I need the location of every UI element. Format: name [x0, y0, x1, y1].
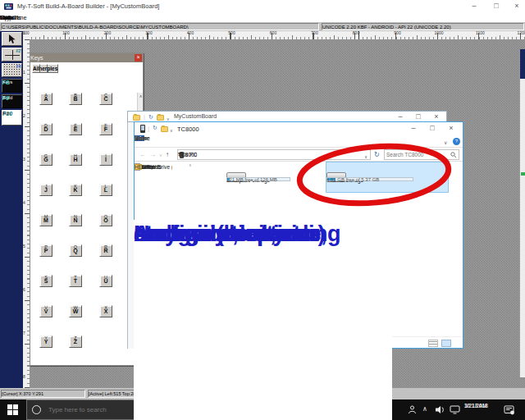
key-caption: O: [99, 214, 112, 219]
key-caption: K: [69, 184, 82, 189]
minimize-icon[interactable]: –: [405, 122, 422, 135]
ruler-h-label: 500: [228, 30, 235, 35]
app-titlebar: My-T-Soft Build-A-Board Builder - [MyCus…: [0, 0, 525, 12]
refresh-icon[interactable]: ↻: [148, 114, 153, 121]
f9-caption: Build: [2, 95, 12, 100]
key-caption: T: [69, 275, 82, 280]
people-icon[interactable]: [408, 405, 417, 414]
maximize-icon[interactable]: □: [488, 0, 504, 12]
ruler-corner-hundred: 100: [23, 31, 30, 35]
key-caption: J: [39, 184, 52, 189]
chevron-down-icon[interactable]: ∨: [170, 127, 173, 134]
keys-palette-title: Keys: [30, 55, 43, 61]
ruler-v-label: 3: [23, 157, 25, 162]
key-caption: I: [99, 153, 112, 158]
ruler-h-label: 800: [353, 30, 359, 35]
close-icon[interactable]: ×: [135, 54, 142, 62]
info-bar: C:\USERS\PUBLIC\DOCUMENTS\BUILD-A-BOARD\…: [0, 22, 525, 31]
explorer-title: TC8000: [177, 126, 199, 133]
background-window-title: MyCustomBoard: [174, 113, 217, 119]
keys-palette-titlebar[interactable]: Keys: [30, 53, 144, 62]
scroll-up-icon[interactable]: ∧: [138, 93, 144, 99]
f9-build-button[interactable]: F9 Build: [2, 94, 22, 108]
folder-icon: [161, 126, 168, 132]
ruler-h-label: 600: [270, 30, 276, 35]
refresh-icon[interactable]: ↻: [153, 125, 158, 131]
key-caption: B: [69, 93, 82, 98]
f10-caption: Run: [2, 111, 11, 116]
explorer-titlebar: | ↻ ∨ TC8000 – □ ×: [135, 122, 463, 135]
f4-grid-tool-button[interactable]: F4: [2, 63, 22, 77]
key-caption: X: [99, 305, 112, 310]
f8-keys-button[interactable]: F8 Keys: [2, 79, 22, 93]
view-details-icon[interactable]: [428, 340, 438, 347]
key-caption: Q: [69, 244, 82, 249]
separator: |: [148, 125, 149, 132]
breadcrumb-tc8000[interactable]: TC8000: [178, 150, 197, 159]
ruler-h-label: 1200: [517, 30, 525, 35]
screen: My-T-Soft Build-A-Board Builder - [MyCus…: [0, 0, 525, 420]
select-tool-button[interactable]: [2, 32, 22, 46]
f2-label: F2: [16, 49, 21, 53]
explorer-background-edge: [127, 122, 134, 349]
volume-icon[interactable]: [435, 405, 445, 414]
menu-item-help[interactable]: Help: [0, 14, 12, 21]
key-caption: G: [39, 153, 52, 158]
background-window-sliver: [519, 49, 525, 377]
source-path: C:\USERS\PUBLIC\DOCUMENTS\BUILD-A-BOARD\…: [1, 23, 319, 30]
ruler-h-label: 1000: [434, 30, 443, 35]
sliver-accent: [520, 49, 525, 79]
back-icon[interactable]: ←: [139, 151, 146, 158]
scroll-up-icon[interactable]: ∧: [189, 162, 192, 167]
ruler-h-label: 700: [311, 30, 317, 35]
close-icon[interactable]: ×: [509, 0, 525, 12]
close-icon[interactable]: ×: [443, 122, 459, 135]
f2-pointer-tool-button[interactable]: F2: [2, 48, 22, 62]
forward-icon[interactable]: →: [149, 151, 156, 158]
ruler-corner: 0 100: [23, 31, 30, 39]
drive-detail: 121 MB free of 126 MB: [226, 177, 277, 182]
network-icon[interactable]: [450, 405, 460, 414]
ribbon-tab-view[interactable]: View: [135, 135, 147, 141]
highlight-ellipse: [292, 139, 456, 210]
key-caption: H: [69, 153, 82, 158]
key-caption: C: [99, 93, 112, 98]
key-category-all[interactable]: All: [32, 64, 40, 73]
start-button[interactable]: [0, 399, 26, 420]
maximize-icon[interactable]: □: [424, 122, 441, 135]
explorer-background-window[interactable]: | ↻ ∨ MyCustomBoard – □ ×: [127, 111, 447, 122]
action-center-icon[interactable]: [504, 405, 515, 415]
history-chevron-icon[interactable]: ∨: [159, 153, 162, 158]
folder-icon: [157, 115, 164, 121]
ruler-v-label: 5: [23, 244, 25, 249]
minimize-icon[interactable]: –: [466, 0, 482, 12]
ruler-v-label: 7: [23, 331, 25, 336]
key-caption: R: [99, 244, 112, 249]
up-icon[interactable]: ↑: [166, 151, 169, 158]
f8-caption: Keys: [2, 80, 12, 84]
chevron-up-icon[interactable]: ∧: [422, 405, 427, 413]
key-caption: Z: [69, 336, 82, 340]
key-caption: L: [99, 184, 112, 189]
key-caption: W: [69, 305, 82, 310]
ruler-v-label: 6: [23, 287, 25, 292]
ruler-v-label: 2: [23, 113, 25, 118]
status-cursor: [Cursor] X:370 Y:291: [1, 390, 85, 398]
ruler-horizontal: 0100200300400500600700800900100011001200: [23, 31, 525, 39]
sliver-green-accent: [521, 172, 525, 176]
ruler-v-label: 4: [23, 200, 25, 205]
ruler-h-label: 100: [62, 30, 69, 35]
f10-run-button[interactable]: F10 Run: [2, 110, 22, 126]
ruler-v-label: 8: [23, 374, 25, 379]
windows-icon: [7, 404, 18, 415]
key-caption: M: [39, 214, 52, 219]
key-caption: Y: [39, 336, 52, 340]
device-icon: [140, 125, 145, 133]
key-caption: U: [99, 275, 112, 280]
instruction-overlay: Now connect yourAndroid deviceand go int…: [134, 220, 392, 420]
folder-icon: [133, 115, 140, 121]
build-target-info: UNICODE 2.20 KBF - ANDROID - API 22 (UNI…: [322, 23, 524, 30]
key-caption: D: [39, 123, 52, 128]
view-tiles-icon[interactable]: [441, 340, 451, 347]
ruler-h-label: 900: [394, 30, 400, 35]
